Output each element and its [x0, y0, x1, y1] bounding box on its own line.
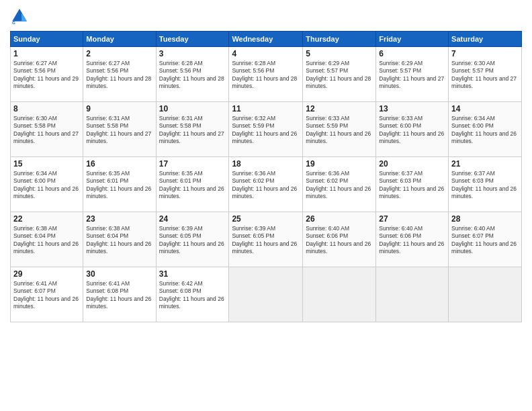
day-number: 6 — [379, 49, 445, 58]
calendar-cell: 29Sunrise: 6:41 AMSunset: 6:07 PMDayligh… — [11, 267, 83, 322]
day-info: Sunrise: 6:38 AMSunset: 6:04 PMDaylight:… — [13, 225, 80, 256]
day-info: Sunrise: 6:28 AMSunset: 5:56 PMDaylight:… — [232, 60, 300, 91]
calendar-cell: 26Sunrise: 6:40 AMSunset: 6:06 PMDayligh… — [303, 212, 376, 267]
day-header-wednesday: Wednesday — [229, 32, 303, 47]
day-header-thursday: Thursday — [303, 32, 376, 47]
day-info: Sunrise: 6:30 AMSunset: 5:57 PMDaylight:… — [451, 60, 519, 91]
day-number: 11 — [232, 104, 300, 113]
calendar-week-row: 29Sunrise: 6:41 AMSunset: 6:07 PMDayligh… — [11, 267, 522, 322]
day-header-saturday: Saturday — [449, 32, 522, 47]
calendar-cell — [449, 267, 522, 322]
calendar-cell: 22Sunrise: 6:38 AMSunset: 6:04 PMDayligh… — [11, 212, 83, 267]
calendar-cell: 19Sunrise: 6:36 AMSunset: 6:02 PMDayligh… — [303, 157, 376, 212]
calendar-cell: 15Sunrise: 6:34 AMSunset: 6:00 PMDayligh… — [11, 157, 83, 212]
calendar-page: G SundayMondayTuesdayWednesdayThursdayFr… — [0, 0, 532, 411]
calendar-cell: 23Sunrise: 6:38 AMSunset: 6:04 PMDayligh… — [83, 212, 156, 267]
day-info: Sunrise: 6:40 AMSunset: 6:07 PMDaylight:… — [451, 225, 519, 256]
calendar-cell: 13Sunrise: 6:33 AMSunset: 6:00 PMDayligh… — [376, 102, 449, 157]
calendar-cell: 4Sunrise: 6:28 AMSunset: 5:56 PMDaylight… — [229, 47, 303, 102]
day-number: 1 — [13, 49, 80, 58]
day-number: 2 — [86, 49, 152, 58]
day-info: Sunrise: 6:27 AMSunset: 5:56 PMDaylight:… — [86, 60, 152, 91]
calendar-cell: 31Sunrise: 6:42 AMSunset: 6:08 PMDayligh… — [156, 267, 229, 322]
day-number: 17 — [159, 159, 226, 169]
calendar-cell: 24Sunrise: 6:39 AMSunset: 6:05 PMDayligh… — [156, 212, 229, 267]
day-info: Sunrise: 6:37 AMSunset: 6:03 PMDaylight:… — [379, 170, 445, 201]
day-number: 4 — [232, 49, 300, 58]
day-info: Sunrise: 6:36 AMSunset: 6:02 PMDaylight:… — [232, 170, 300, 201]
svg-text:G: G — [12, 20, 15, 25]
logo: G — [10, 7, 32, 26]
calendar-week-row: 8Sunrise: 6:30 AMSunset: 5:58 PMDaylight… — [11, 102, 522, 157]
day-info: Sunrise: 6:32 AMSunset: 5:59 PMDaylight:… — [232, 115, 300, 146]
calendar-cell: 25Sunrise: 6:39 AMSunset: 6:05 PMDayligh… — [229, 212, 303, 267]
day-number: 14 — [451, 104, 519, 113]
day-info: Sunrise: 6:38 AMSunset: 6:04 PMDaylight:… — [86, 225, 152, 256]
day-info: Sunrise: 6:31 AMSunset: 5:58 PMDaylight:… — [86, 115, 152, 146]
calendar-week-row: 1Sunrise: 6:27 AMSunset: 5:56 PMDaylight… — [11, 47, 522, 102]
day-info: Sunrise: 6:39 AMSunset: 6:05 PMDaylight:… — [232, 225, 300, 256]
day-number: 7 — [451, 49, 519, 58]
calendar-cell — [229, 267, 303, 322]
calendar-cell: 6Sunrise: 6:29 AMSunset: 5:57 PMDaylight… — [376, 47, 449, 102]
calendar-cell — [376, 267, 449, 322]
day-info: Sunrise: 6:34 AMSunset: 6:00 PMDaylight:… — [13, 170, 80, 201]
day-number: 20 — [379, 159, 445, 169]
day-info: Sunrise: 6:37 AMSunset: 6:03 PMDaylight:… — [451, 170, 519, 201]
day-info: Sunrise: 6:41 AMSunset: 6:07 PMDaylight:… — [13, 280, 80, 311]
calendar-header-row: SundayMondayTuesdayWednesdayThursdayFrid… — [11, 32, 522, 47]
day-header-friday: Friday — [376, 32, 449, 47]
calendar-cell: 3Sunrise: 6:28 AMSunset: 5:56 PMDaylight… — [156, 47, 229, 102]
calendar-cell: 10Sunrise: 6:31 AMSunset: 5:58 PMDayligh… — [156, 102, 229, 157]
day-number: 19 — [306, 159, 373, 169]
calendar-cell: 12Sunrise: 6:33 AMSunset: 5:59 PMDayligh… — [303, 102, 376, 157]
day-number: 31 — [159, 269, 226, 279]
calendar-cell: 30Sunrise: 6:41 AMSunset: 6:08 PMDayligh… — [83, 267, 156, 322]
day-number: 3 — [159, 49, 226, 58]
calendar-cell: 5Sunrise: 6:29 AMSunset: 5:57 PMDaylight… — [303, 47, 376, 102]
calendar-cell: 21Sunrise: 6:37 AMSunset: 6:03 PMDayligh… — [449, 157, 522, 212]
day-number: 24 — [159, 214, 226, 224]
day-info: Sunrise: 6:39 AMSunset: 6:05 PMDaylight:… — [159, 225, 226, 256]
day-header-monday: Monday — [83, 32, 156, 47]
calendar-cell — [303, 267, 376, 322]
day-info: Sunrise: 6:29 AMSunset: 5:57 PMDaylight:… — [379, 60, 445, 91]
calendar-cell: 18Sunrise: 6:36 AMSunset: 6:02 PMDayligh… — [229, 157, 303, 212]
day-number: 10 — [159, 104, 226, 113]
calendar-cell: 11Sunrise: 6:32 AMSunset: 5:59 PMDayligh… — [229, 102, 303, 157]
calendar-cell: 20Sunrise: 6:37 AMSunset: 6:03 PMDayligh… — [376, 157, 449, 212]
day-info: Sunrise: 6:36 AMSunset: 6:02 PMDaylight:… — [306, 170, 373, 201]
day-number: 15 — [13, 159, 80, 169]
day-number: 21 — [451, 159, 519, 169]
day-info: Sunrise: 6:35 AMSunset: 6:01 PMDaylight:… — [86, 170, 152, 201]
day-info: Sunrise: 6:28 AMSunset: 5:56 PMDaylight:… — [159, 60, 226, 91]
day-number: 18 — [232, 159, 300, 169]
day-number: 22 — [13, 214, 80, 224]
day-number: 30 — [86, 269, 152, 279]
day-info: Sunrise: 6:33 AMSunset: 5:59 PMDaylight:… — [306, 115, 373, 146]
calendar-cell: 17Sunrise: 6:35 AMSunset: 6:01 PMDayligh… — [156, 157, 229, 212]
day-header-tuesday: Tuesday — [156, 32, 229, 47]
logo-icon: G — [10, 7, 29, 26]
day-info: Sunrise: 6:42 AMSunset: 6:08 PMDaylight:… — [159, 280, 226, 311]
day-info: Sunrise: 6:40 AMSunset: 6:06 PMDaylight:… — [306, 225, 373, 256]
page-header: G — [10, 7, 522, 26]
day-info: Sunrise: 6:41 AMSunset: 6:08 PMDaylight:… — [86, 280, 152, 311]
day-info: Sunrise: 6:31 AMSunset: 5:58 PMDaylight:… — [159, 115, 226, 146]
day-number: 8 — [13, 104, 80, 113]
calendar-cell: 7Sunrise: 6:30 AMSunset: 5:57 PMDaylight… — [449, 47, 522, 102]
day-number: 12 — [306, 104, 373, 113]
day-number: 13 — [379, 104, 445, 113]
calendar-cell: 8Sunrise: 6:30 AMSunset: 5:58 PMDaylight… — [11, 102, 83, 157]
calendar-cell: 9Sunrise: 6:31 AMSunset: 5:58 PMDaylight… — [83, 102, 156, 157]
calendar-cell: 27Sunrise: 6:40 AMSunset: 6:06 PMDayligh… — [376, 212, 449, 267]
day-info: Sunrise: 6:40 AMSunset: 6:06 PMDaylight:… — [379, 225, 445, 256]
day-number: 26 — [306, 214, 373, 224]
day-number: 16 — [86, 159, 152, 169]
day-header-sunday: Sunday — [11, 32, 83, 47]
day-number: 27 — [379, 214, 445, 224]
day-info: Sunrise: 6:33 AMSunset: 6:00 PMDaylight:… — [379, 115, 445, 146]
day-info: Sunrise: 6:27 AMSunset: 5:56 PMDaylight:… — [13, 60, 80, 91]
day-number: 29 — [13, 269, 80, 279]
day-info: Sunrise: 6:34 AMSunset: 6:00 PMDaylight:… — [451, 115, 519, 146]
